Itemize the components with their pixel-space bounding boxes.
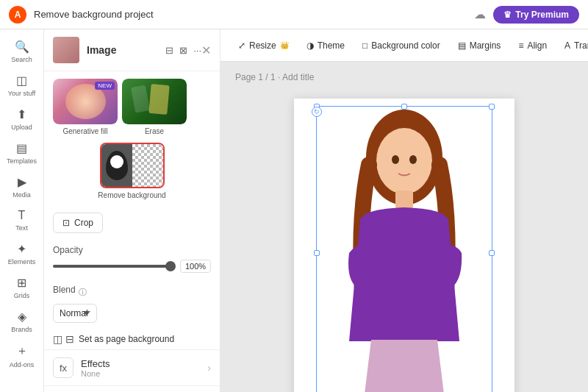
upload-icon: ⬆ <box>17 107 26 121</box>
sidebar-label-addons: Add-ons <box>10 361 35 368</box>
panel-close-button[interactable]: ✕ <box>201 43 211 57</box>
page-bg-icon-2: ⊟ <box>65 333 74 345</box>
selection-box: ↻ <box>316 106 492 392</box>
handle-mr[interactable] <box>489 250 495 256</box>
margins-button[interactable]: ▤ Margins <box>451 37 509 54</box>
effects-section[interactable]: fx Effects None › <box>44 349 220 385</box>
remove-bg-section: Remove background <box>44 143 220 207</box>
sidebar-item-media[interactable]: ▶ Media <box>3 171 41 203</box>
theme-button[interactable]: ◑ Theme <box>299 37 352 54</box>
effects-icon: fx <box>53 357 74 378</box>
page-bg-label[interactable]: Set as page background <box>79 334 174 344</box>
blend-section: Blend ⓘ Normal Multiply Screen Overlay <box>44 279 220 329</box>
sidebar-icons: 🔍 Search ◫ Your stuff ⬆ Upload ▤ Templat… <box>0 29 44 392</box>
background-color-button[interactable]: □ Background color <box>355 37 448 54</box>
image-actions: NEW Generative fill Erase <box>44 71 220 143</box>
yourstuff-icon: ◫ <box>16 74 27 88</box>
translate-button[interactable]: A Translate NEW <box>557 37 588 54</box>
panel-icon-2: ⊠ <box>179 45 187 56</box>
elements-icon: ✦ <box>17 242 26 256</box>
sidebar-item-text[interactable]: T Text <box>3 204 41 236</box>
canvas-content: Page 1 / 1 · Add title ↻ <box>220 62 588 392</box>
sidebar-label-text: Text <box>15 224 28 232</box>
sidebar-item-addons[interactable]: ＋ Add-ons <box>3 339 41 373</box>
erase-button[interactable]: Erase <box>122 79 187 135</box>
sidebar-item-yourstuff[interactable]: ◫ Your stuff <box>3 69 41 101</box>
handle-tc[interactable] <box>401 104 407 110</box>
sidebar-item-search[interactable]: 🔍 Search <box>3 35 41 68</box>
sidebar-label-yourstuff: Your stuff <box>8 90 36 97</box>
project-title: Remove background project <box>34 9 467 20</box>
addons-icon: ＋ <box>16 343 28 359</box>
sidebar-label-elements: Elements <box>8 258 36 266</box>
panel-header: Image ⊟ ⊠ ··· ✕ <box>44 29 220 71</box>
crop-label: Crop <box>74 218 93 228</box>
opacity-row: 100% <box>53 260 211 273</box>
translate-label: Translate <box>574 40 588 51</box>
remove-background-button[interactable]: Remove background <box>53 143 211 199</box>
panel-icon-1: ⊟ <box>165 45 173 56</box>
cloud-icon: ☁ <box>474 7 486 21</box>
search-icon: 🔍 <box>15 40 29 54</box>
crop-section: ⊡ Crop <box>44 207 220 239</box>
slider-thumb[interactable] <box>165 261 176 271</box>
page-bg-row: ◫ ⊟ Set as page background <box>44 329 220 349</box>
try-premium-button[interactable]: ♛ Try Premium <box>493 6 579 24</box>
blend-label-row: Blend ⓘ <box>53 285 211 299</box>
panel-thumbnail <box>53 37 79 63</box>
blend-select[interactable]: Normal Multiply Screen Overlay <box>53 304 97 323</box>
margins-label: Margins <box>470 40 501 51</box>
sidebar-item-brands[interactable]: ◈ Brands <box>3 305 41 338</box>
translate-icon: A <box>564 40 570 51</box>
handle-tr[interactable] <box>489 104 495 110</box>
opacity-value[interactable]: 100% <box>180 260 211 273</box>
align-button[interactable]: ≡ Align <box>511 37 554 54</box>
templates-icon: ▤ <box>16 141 27 155</box>
effects-title: Effects <box>81 358 207 369</box>
canvas-page[interactable]: ↻ <box>294 99 514 392</box>
sidebar-label-brands: Brands <box>11 326 32 333</box>
canvas-toolbar: ⤢ Resize 👑 ◑ Theme □ Background color ▤ … <box>220 29 588 62</box>
image-panel: Image ⊟ ⊠ ··· ✕ NEW Generative fill <box>44 29 220 392</box>
rotate-handle[interactable]: ↻ <box>312 107 322 117</box>
adjustments-section[interactable]: ≈ Adjustments None › <box>44 385 220 392</box>
media-icon: ▶ <box>18 175 26 189</box>
app-logo: A <box>9 6 26 24</box>
crop-icon: ⊡ <box>62 218 70 228</box>
blend-info-icon: ⓘ <box>79 287 87 298</box>
margins-icon: ▤ <box>458 40 466 51</box>
page-bg-icon-1: ◫ <box>53 333 62 345</box>
text-icon: T <box>18 209 26 222</box>
sidebar-label-grids: Grids <box>14 292 30 299</box>
bg-color-icon: □ <box>362 40 368 51</box>
remove-bg-card <box>100 143 165 188</box>
resize-icon: ⤢ <box>238 40 245 51</box>
main-area: 🔍 Search ◫ Your stuff ⬆ Upload ▤ Templat… <box>0 29 588 392</box>
panel-more-icon[interactable]: ··· <box>193 45 201 56</box>
sidebar-item-grids[interactable]: ⊞ Grids <box>3 271 41 304</box>
handle-ml[interactable] <box>314 250 320 256</box>
canvas-area: ⤢ Resize 👑 ◑ Theme □ Background color ▤ … <box>220 29 588 392</box>
remove-bg-label: Remove background <box>98 191 165 199</box>
sidebar-label-upload: Upload <box>11 124 32 131</box>
image-container[interactable]: ↻ <box>316 106 492 392</box>
new-badge: NEW <box>95 82 115 90</box>
opacity-section: Opacity 100% <box>44 239 220 279</box>
bg-color-label: Background color <box>371 40 440 51</box>
sidebar-item-upload[interactable]: ⬆ Upload <box>3 103 41 135</box>
sidebar-item-elements[interactable]: ✦ Elements <box>3 238 41 270</box>
slider-fill <box>53 265 174 268</box>
effects-subtitle: None <box>81 369 207 378</box>
generative-fill-button[interactable]: NEW Generative fill <box>53 79 118 135</box>
page-label: Page 1 / 1 · Add title <box>235 72 314 82</box>
align-icon: ≡ <box>518 40 523 51</box>
blend-label: Blend <box>53 285 76 295</box>
premium-label: Try Premium <box>515 10 569 20</box>
brands-icon: ◈ <box>18 310 26 324</box>
sidebar-item-templates[interactable]: ▤ Templates <box>3 137 41 169</box>
resize-button[interactable]: ⤢ Resize 👑 <box>231 37 296 54</box>
effects-text: Effects None <box>81 358 207 378</box>
crop-button[interactable]: ⊡ Crop <box>53 213 103 233</box>
topbar: A Remove background project ☁ ♛ Try Prem… <box>0 0 588 29</box>
opacity-slider[interactable] <box>53 265 174 268</box>
